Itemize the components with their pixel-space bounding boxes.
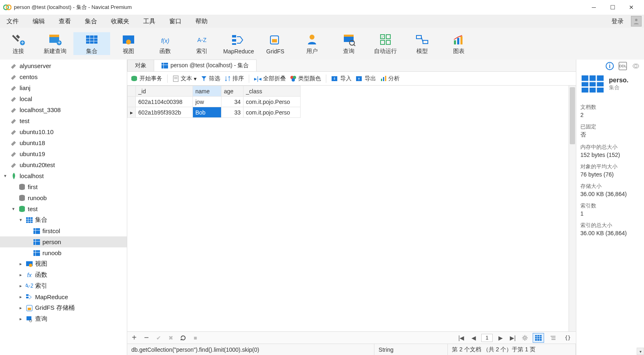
- tree-database-item[interactable]: first: [0, 181, 127, 192]
- tree-conn-localhost[interactable]: ▾localhost: [0, 170, 127, 181]
- menu-favorites[interactable]: 收藏夹: [107, 16, 133, 27]
- settings-button[interactable]: [520, 333, 529, 342]
- next-page-button[interactable]: ▶: [496, 333, 505, 342]
- tree-conn-item[interactable]: ubuntu18: [0, 137, 127, 148]
- collapse-button[interactable]: ▸|◂全部折叠: [254, 75, 286, 82]
- svg-rect-25: [344, 35, 354, 37]
- tool-view[interactable]: 视图: [110, 32, 147, 55]
- import-button[interactable]: 导入: [331, 75, 352, 82]
- grid-view-button[interactable]: [533, 333, 544, 343]
- prev-page-button[interactable]: ◀: [469, 333, 478, 342]
- tree-database-test[interactable]: ▾test: [0, 203, 127, 214]
- col-id[interactable]: _id: [136, 86, 193, 97]
- tree-gridfs-node[interactable]: ▸GridFS 存储桶: [0, 302, 127, 313]
- scrollbar-thumb[interactable]: [570, 87, 575, 144]
- svg-rect-37: [460, 36, 463, 44]
- maximize-button[interactable]: ☐: [603, 1, 622, 14]
- tree-database-item[interactable]: runoob: [0, 192, 127, 203]
- tree-conn-item[interactable]: localhost_3308: [0, 104, 127, 115]
- apply-button[interactable]: ✔: [154, 333, 163, 342]
- tool-new-query[interactable]: + 新建查询: [37, 32, 73, 55]
- titlebar: person @test (localhost) - 集合 - Navicat …: [0, 0, 644, 15]
- menu-help[interactable]: 帮助: [191, 16, 212, 27]
- json-view-button[interactable]: {}: [562, 333, 573, 343]
- tree-conn-item[interactable]: alyunserver: [0, 60, 127, 71]
- table-icon: [33, 249, 41, 257]
- tree-mapreduce-node[interactable]: ▸MapReduce: [0, 291, 127, 302]
- menu-view[interactable]: 查看: [55, 16, 75, 27]
- tree-collections-node[interactable]: ▾集合: [0, 214, 127, 225]
- tree-conn-item[interactable]: centos: [0, 71, 127, 82]
- row-handle-header: [128, 86, 136, 97]
- tree-conn-item[interactable]: test: [0, 115, 127, 126]
- col-name[interactable]: name: [193, 86, 221, 97]
- info-icon[interactable]: i: [606, 62, 614, 70]
- tree-indexes-node[interactable]: ▸A-Z索引: [0, 280, 127, 291]
- ddl-icon[interactable]: DDL: [619, 62, 627, 70]
- tree-view-button[interactable]: [547, 333, 559, 343]
- delete-row-button[interactable]: −: [142, 333, 151, 342]
- tool-model[interactable]: 模型: [404, 32, 440, 55]
- tree-conn-item[interactable]: ubuntu10.10: [0, 126, 127, 137]
- table-icon: [84, 32, 100, 47]
- tool-function[interactable]: f(x) 函数: [147, 32, 184, 55]
- connection-tree[interactable]: alyunserver centos lianj local localhost…: [0, 60, 127, 355]
- tree-coll-item[interactable]: runoob: [0, 247, 127, 258]
- tool-mapreduce[interactable]: MapReduce: [220, 32, 257, 55]
- vertical-scrollbar[interactable]: [569, 86, 576, 331]
- text-button[interactable]: 文本 ▾: [173, 75, 197, 82]
- table-row[interactable]: 602a1104c00398 jow 34 com.it.pojo.Perso: [128, 97, 301, 107]
- tree-views-node[interactable]: ▸视图: [0, 258, 127, 269]
- tree-conn-item[interactable]: ubuntu19: [0, 148, 127, 159]
- menu-file[interactable]: 文件: [2, 16, 23, 27]
- menu-window[interactable]: 窗口: [165, 16, 186, 27]
- login-link[interactable]: 登录: [607, 16, 628, 27]
- tree-coll-person[interactable]: person: [0, 236, 127, 247]
- table-row[interactable]: ▸ 602a1b95f3932b Bob 33 com.it.pojo.Pers…: [128, 107, 301, 118]
- data-grid[interactable]: _id name age _class 602a1104c00398 jow 3…: [127, 86, 569, 331]
- overlap-icon[interactable]: [632, 62, 640, 70]
- page-input[interactable]: [481, 334, 493, 342]
- svg-rect-60: [26, 297, 29, 298]
- add-row-button[interactable]: +: [130, 333, 139, 342]
- tool-collection[interactable]: 集合: [73, 32, 110, 55]
- menu-collection[interactable]: 集合: [81, 16, 101, 27]
- tree-coll-item[interactable]: firstcol: [0, 225, 127, 236]
- tool-connection[interactable]: + 连接: [0, 32, 37, 55]
- first-page-button[interactable]: |◀: [457, 333, 466, 342]
- user-avatar-icon[interactable]: [631, 16, 642, 26]
- svg-rect-22: [272, 39, 277, 42]
- tree-conn-item[interactable]: lianj: [0, 82, 127, 93]
- tab-document[interactable]: person @test (localhost) - 集合: [154, 60, 257, 71]
- tool-query[interactable]: 查询: [330, 32, 367, 55]
- col-class[interactable]: _class: [243, 86, 301, 97]
- stop-button[interactable]: ■: [191, 333, 200, 342]
- menu-edit[interactable]: 编辑: [29, 16, 49, 27]
- selected-cell[interactable]: Bob: [193, 107, 221, 118]
- col-age[interactable]: age: [221, 86, 243, 97]
- begin-tx-button[interactable]: 开始事务: [131, 75, 162, 82]
- cancel-button[interactable]: ✖: [166, 333, 175, 342]
- type-color-button[interactable]: 类型颜色: [290, 75, 321, 82]
- chart-icon: [451, 32, 467, 47]
- last-page-button[interactable]: ▶|: [508, 333, 517, 342]
- tab-objects[interactable]: 对象: [127, 60, 154, 71]
- close-button[interactable]: ✕: [622, 1, 641, 14]
- tool-user[interactable]: 用户: [294, 32, 330, 55]
- tree-query-node[interactable]: ▸查询: [0, 313, 127, 324]
- sort-button[interactable]: 排序: [224, 75, 244, 82]
- export-button[interactable]: 导出: [356, 75, 376, 82]
- svg-point-23: [310, 35, 314, 40]
- tree-conn-item[interactable]: local: [0, 93, 127, 104]
- analyze-button[interactable]: 分析: [380, 75, 400, 82]
- tool-index[interactable]: A-Z 索引: [184, 32, 220, 55]
- menu-tools[interactable]: 工具: [139, 16, 159, 27]
- filter-button[interactable]: 筛选: [201, 75, 220, 82]
- tree-conn-item[interactable]: ubuntu20test: [0, 159, 127, 170]
- tool-gridfs[interactable]: GridFS: [257, 32, 294, 55]
- tree-functions-node[interactable]: ▸fx函数: [0, 269, 127, 280]
- minimize-button[interactable]: ─: [584, 1, 603, 14]
- tool-autorun[interactable]: 自动运行: [367, 32, 404, 55]
- refresh-button[interactable]: [179, 333, 188, 342]
- tool-chart[interactable]: 图表: [440, 32, 477, 55]
